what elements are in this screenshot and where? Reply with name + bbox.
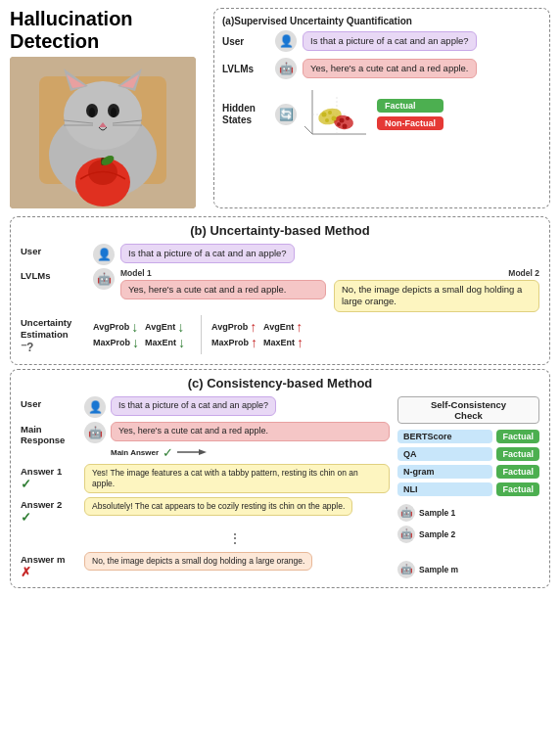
- panel-a-hidden-label: HiddenStates: [222, 103, 269, 126]
- bertscore-row: BERTScore Factual: [397, 430, 539, 443]
- metrics-divider: [201, 315, 202, 354]
- c-user-row: User 👤 Is that a picture of a cat and an…: [21, 396, 390, 418]
- c-main-response-wrap: Yes, here's a cute cat and a red apple. …: [111, 422, 390, 460]
- ngram-row: N-gram Factual: [397, 465, 539, 479]
- b-user-row: User 👤 Is that a picture of a cat and an…: [21, 244, 539, 265]
- c-left: User 👤 Is that a picture of a cat and an…: [21, 396, 390, 579]
- main-answer-label: Main Answer: [111, 448, 159, 457]
- svg-point-33: [346, 116, 350, 120]
- arrow-down-icon: ↓: [177, 320, 184, 334]
- sample2-icon: 🤖: [397, 526, 415, 543]
- arrow-down-icon: ↓: [132, 336, 139, 349]
- panel-a-hidden-row: HiddenStates 🔄: [222, 85, 541, 144]
- panel-c-title: (c) Consistency-based Method: [21, 376, 539, 390]
- c-answerm-label: Answer m ✗: [21, 552, 79, 579]
- c-answer1-row: Answer 1 ✓ Yes! The image features a cat…: [21, 464, 390, 493]
- c-answer2-row: Answer 2 ✓ Absolutely! The cat appears t…: [21, 497, 390, 525]
- page-title: Hallucination Detection: [10, 8, 206, 53]
- b-user-icon: 👤: [93, 244, 115, 265]
- sample-labels-wrap: 🤖 Sample 1 🤖 Sample 2 🤖 Sample m: [397, 504, 539, 578]
- metric-maxprob-up: MaxProb ↑: [211, 336, 257, 349]
- c-main-response-label: MainResponse: [21, 422, 79, 446]
- sample1-row: 🤖 Sample 1: [397, 504, 539, 522]
- c-answer2-label: Answer 2 ✓: [21, 497, 79, 525]
- c-main-response-icon: 🤖: [84, 422, 106, 443]
- c-main-response-bubble: Yes, here's a cute cat and a red apple.: [111, 422, 390, 441]
- svg-point-32: [340, 118, 345, 123]
- top-section: Hallucination Detection: [0, 0, 560, 212]
- c-answerm-bubble: No, the image depicts a small dog holdin…: [84, 552, 312, 571]
- metric-maxprob-down: MaxProb ↓: [93, 336, 139, 349]
- svg-point-28: [322, 113, 327, 117]
- b-uncertainty-label: UncertaintyEstimation⁻?: [21, 315, 87, 356]
- qa-label: QA: [397, 447, 492, 461]
- b-rows: User 👤 Is that a picture of a cat and an…: [21, 244, 539, 356]
- metric-maxent-down: MaxEnt ↓: [145, 336, 191, 349]
- c-answer1-label: Answer 1 ✓: [21, 464, 79, 491]
- top-left-panel: Hallucination Detection: [10, 8, 206, 208]
- b-model2-block: Model 2 No, the image depicts a small do…: [334, 268, 539, 312]
- c-answerm-row: Answer m ✗ No, the image depicts a small…: [21, 552, 390, 579]
- panel-a-lvlms-label: LVLMs: [222, 64, 269, 74]
- nli-label: NLI: [397, 482, 492, 496]
- c-answer1-bubble: Yes! The image features a cat with a tab…: [84, 464, 390, 493]
- answer2-check-icon: ✓: [21, 510, 31, 525]
- svg-marker-37: [199, 449, 207, 455]
- scatter-wrap: Factual Non-Factual: [303, 85, 443, 144]
- metric-avgent-up: AvgEnt ↑: [263, 320, 309, 334]
- b-model1-bubble: Yes, here's a cute cat and a red apple.: [120, 280, 326, 299]
- lvlms-bubble: Yes, here's a cute cat and a red apple.: [303, 59, 477, 78]
- b-lvlms-row: LVLMs 🤖 Model 1 Yes, here's a cute cat a…: [21, 268, 539, 312]
- factual-badge: Factual: [377, 99, 443, 113]
- ngram-label: N-gram: [397, 465, 492, 479]
- legend-badges: Factual Non-Factual: [377, 99, 443, 130]
- c-user-icon: 👤: [84, 396, 106, 418]
- lvlms-icon: 🤖: [275, 58, 297, 79]
- b-user-bubble: Is that a picture of a cat and an apple?: [120, 244, 295, 263]
- b-bubbles-wrap: Model 1 Yes, here's a cute cat and a red…: [120, 268, 539, 312]
- arrow-down-icon: ↓: [131, 320, 138, 334]
- metric-avgprob-down: AvgProb ↓: [93, 320, 139, 334]
- metric-maxent-up: MaxEnt ↑: [263, 336, 309, 349]
- svg-point-10: [89, 108, 95, 117]
- bertscore-result: Factual: [496, 430, 539, 443]
- sample2-label: Sample 2: [419, 529, 455, 539]
- cat-image: [10, 57, 196, 208]
- c-right: Self-ConsistencyCheck BERTScore Factual …: [397, 396, 539, 579]
- bertscore-label: BERTScore: [397, 430, 492, 443]
- user-icon: 👤: [275, 30, 297, 52]
- arrow-to-right-icon: [177, 447, 207, 457]
- arrow-up-icon: ↑: [251, 336, 257, 349]
- panel-b: (b) Uncertainty-based Method User 👤 Is t…: [10, 216, 550, 365]
- panel-a-user-label: User: [222, 36, 269, 47]
- main-answer-check: ✓: [163, 445, 173, 460]
- qa-row: QA Factual: [397, 447, 539, 461]
- non-factual-badge: Non-Factual: [377, 116, 443, 130]
- samplem-label: Sample m: [419, 565, 458, 574]
- b-model1-tag: Model 1: [120, 268, 326, 278]
- b-lvlms-icon: 🤖: [93, 268, 115, 290]
- panel-a-user-row: User 👤 Is that a picture of a cat and an…: [222, 30, 541, 52]
- sample1-label: Sample 1: [419, 508, 455, 518]
- svg-point-30: [332, 116, 337, 121]
- answer1-check-icon: ✓: [21, 477, 31, 491]
- scatter-plot: [303, 85, 371, 144]
- qa-result: Factual: [496, 447, 539, 461]
- panel-c: (c) Consistency-based Method User 👤 Is t…: [10, 369, 550, 588]
- svg-point-35: [337, 122, 341, 126]
- panel-a-lvlms-row: LVLMs 🤖 Yes, here's a cute cat and a red…: [222, 58, 541, 79]
- metric-avgent-down: AvgEnt ↓: [145, 320, 191, 334]
- consistency-check-header: Self-ConsistencyCheck: [397, 396, 539, 424]
- arrow-up-icon: ↑: [297, 336, 303, 349]
- c-user-bubble: Is that a picture of a cat and an apple?: [111, 396, 276, 416]
- answerm-cross-icon: ✗: [21, 565, 31, 579]
- dots-separator: ⋮: [21, 530, 390, 546]
- b-lvlms-label: LVLMs: [21, 268, 87, 281]
- c-answer2-bubble: Absolutely! The cat appears to be cozily…: [84, 497, 352, 516]
- c-user-label: User: [21, 396, 79, 409]
- b-model1-block: Model 1 Yes, here's a cute cat and a red…: [120, 268, 326, 312]
- arrow-up-icon: ↑: [296, 320, 303, 334]
- metric-avgprob-up: AvgProb ↑: [211, 320, 257, 334]
- nli-row: NLI Factual: [397, 482, 539, 496]
- c-main-response-row: MainResponse 🤖 Yes, here's a cute cat an…: [21, 422, 390, 460]
